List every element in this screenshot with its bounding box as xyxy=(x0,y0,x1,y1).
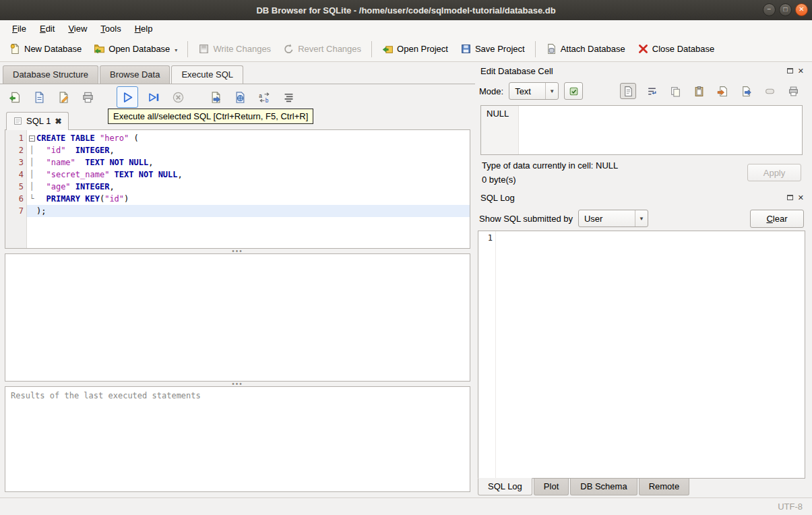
chevron-down-icon: ▼ xyxy=(545,83,558,99)
line-number: 3 xyxy=(5,156,24,169)
dock-float-icon[interactable] xyxy=(787,195,793,200)
tab-sql-log[interactable]: SQL Log xyxy=(478,478,532,495)
tab-db-schema[interactable]: DB Schema xyxy=(570,479,637,495)
cell-editor[interactable]: NULL xyxy=(480,105,803,155)
set-null-icon[interactable] xyxy=(761,83,778,99)
code-segment: ( xyxy=(129,132,138,144)
code-segment: , xyxy=(109,181,114,193)
results-placeholder: Results of the last executed statements xyxy=(11,391,201,400)
sql-tab-label: SQL 1 xyxy=(26,116,51,126)
export-cell-icon[interactable] xyxy=(738,83,754,99)
execute-sql-button[interactable] xyxy=(117,86,138,108)
code-line: │ "age" INTEGER, xyxy=(27,181,470,193)
mode-select[interactable]: Text ▼ xyxy=(509,82,559,100)
save-project-label: Save Project xyxy=(475,44,525,54)
maximize-icon[interactable]: □ xyxy=(779,3,792,16)
close-icon[interactable]: ✕ xyxy=(795,3,808,16)
apply-button: Apply xyxy=(747,164,801,181)
code-segment xyxy=(36,169,46,181)
splitter-handle[interactable]: ••• xyxy=(5,249,470,253)
open-project-icon xyxy=(382,43,394,55)
export-results-button[interactable] xyxy=(207,88,224,106)
format-sql-button[interactable] xyxy=(280,88,297,106)
results-grid[interactable] xyxy=(5,253,470,382)
sql-file-tab[interactable]: SQL 1 ✖ xyxy=(6,112,69,130)
open-database-icon xyxy=(94,43,105,55)
tab-browse-data[interactable]: Browse Data xyxy=(100,65,170,84)
code-line: −CREATE TABLE "hero" ( xyxy=(27,132,470,144)
sql-log-title: SQL Log xyxy=(480,193,787,203)
save-sql-as-button[interactable] xyxy=(55,88,72,106)
attach-database-icon xyxy=(546,43,557,55)
open-project-button[interactable]: Open Project xyxy=(377,40,454,58)
clear-log-button[interactable]: Clear xyxy=(750,210,804,228)
attach-database-button[interactable]: Attach Database xyxy=(540,40,631,58)
code-line: │ "name" TEXT NOT NULL, xyxy=(27,156,470,169)
revert-changes-label: Revert Changes xyxy=(298,44,361,54)
open-database-label: Open Database xyxy=(108,44,170,54)
sql-log-view[interactable]: 1 xyxy=(478,231,805,479)
menu-edit[interactable]: Edit xyxy=(33,22,61,36)
dock-close-icon[interactable]: ✕ xyxy=(798,194,804,202)
tab-remote[interactable]: Remote xyxy=(639,479,690,495)
paste-icon[interactable] xyxy=(691,83,707,99)
print-sql-button[interactable] xyxy=(79,88,96,106)
menu-file[interactable]: File xyxy=(5,22,33,36)
copy-icon[interactable] xyxy=(667,83,683,99)
code-segment: "hero" xyxy=(100,132,129,144)
tab-execute-sql[interactable]: Execute SQL xyxy=(171,65,243,84)
dock-float-icon[interactable] xyxy=(787,68,793,73)
menu-view[interactable]: View xyxy=(61,22,94,36)
tab-plot[interactable]: Plot xyxy=(534,479,569,495)
close-database-label: Close Database xyxy=(652,44,715,54)
open-sql-new-tab-button[interactable] xyxy=(231,88,249,106)
encoding-indicator[interactable]: UTF-8 xyxy=(778,502,803,512)
auto-switch-mode-button[interactable] xyxy=(564,82,583,100)
sql-editor[interactable]: 1234567 −CREATE TABLE "hero" (│ "id" INT… xyxy=(5,130,470,249)
dock-close-icon[interactable]: ✕ xyxy=(798,67,804,75)
log-filter-label: Show SQL submitted by xyxy=(479,214,573,224)
left-panel: Database Structure Browse Data Execute S… xyxy=(0,62,475,497)
mode-value: Text xyxy=(509,86,545,96)
open-sql-file-button[interactable] xyxy=(6,88,24,106)
save-sql-file-button[interactable] xyxy=(30,88,48,106)
toolbar-separator xyxy=(187,41,188,57)
line-number: 5 xyxy=(5,181,24,193)
svg-text:b: b xyxy=(265,96,268,103)
fold-guide: │ xyxy=(27,156,36,169)
new-database-button[interactable]: New Database xyxy=(4,40,87,58)
menu-help[interactable]: Help xyxy=(128,22,160,36)
revert-changes-button: Revert Changes xyxy=(278,40,367,58)
code-segment xyxy=(36,193,46,205)
code-segment xyxy=(109,169,114,181)
code-segment: ( xyxy=(100,193,104,205)
close-database-button[interactable]: Close Database xyxy=(632,40,720,58)
new-database-label: New Database xyxy=(24,44,82,54)
close-database-icon xyxy=(637,43,649,55)
revert-changes-icon xyxy=(283,43,294,55)
splitter-handle[interactable]: ••• xyxy=(5,382,470,386)
log-filter-select[interactable]: User ▼ xyxy=(578,210,648,227)
fold-collapse-icon[interactable]: − xyxy=(27,132,36,144)
sql-editor-lines: −CREATE TABLE "hero" (│ "id" INTEGER,│ "… xyxy=(27,130,470,248)
results-message-area: Results of the last executed statements xyxy=(5,386,470,492)
import-cell-icon[interactable] xyxy=(714,83,730,99)
save-project-button[interactable]: Save Project xyxy=(455,40,530,58)
code-segment: TEXT NOT NULL xyxy=(85,156,148,169)
execute-tooltip: Execute all/selected SQL [Ctrl+Return, F… xyxy=(108,109,313,124)
code-segment: , xyxy=(178,169,183,181)
execute-current-line-button[interactable] xyxy=(145,88,162,106)
write-changes-label: Write Changes xyxy=(213,44,271,54)
find-replace-button[interactable]: ab xyxy=(255,88,273,106)
open-database-button[interactable]: Open Database ▾ xyxy=(88,40,183,58)
tab-database-structure[interactable]: Database Structure xyxy=(3,65,98,84)
text-view-icon[interactable] xyxy=(620,83,636,99)
sql-tab-close-icon[interactable]: ✖ xyxy=(55,117,61,125)
code-line: │ "id" INTEGER, xyxy=(27,144,470,156)
open-database-dropdown-icon[interactable]: ▾ xyxy=(175,47,177,55)
menu-tools[interactable]: Tools xyxy=(94,22,127,36)
minimize-icon[interactable]: − xyxy=(763,3,776,16)
fold-guide: │ xyxy=(27,181,36,193)
print-cell-icon[interactable] xyxy=(785,83,801,99)
word-wrap-icon[interactable] xyxy=(644,83,660,99)
